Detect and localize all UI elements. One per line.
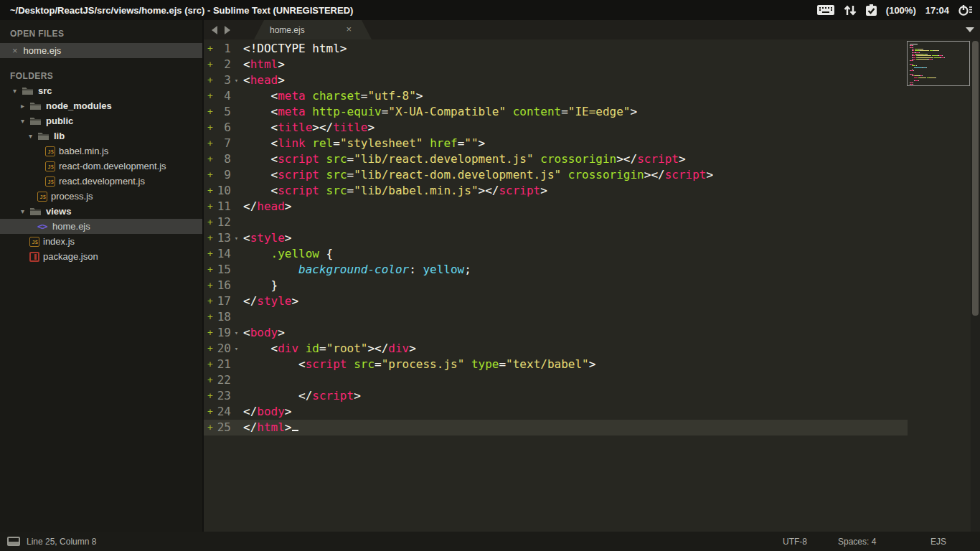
tab-close-icon[interactable]: ×: [346, 24, 352, 35]
added-line-marker: +: [204, 88, 215, 104]
code-line[interactable]: +8 <script src="lib/react.development.js…: [204, 151, 980, 167]
power-menu-icon[interactable]: [958, 4, 973, 16]
code-line[interactable]: +16 }: [204, 278, 980, 293]
chevron-down-icon[interactable]: ▾: [13, 87, 22, 95]
code-line[interactable]: +24</body>: [204, 404, 980, 420]
code-line[interactable]: +15 background-color: yellow;: [204, 262, 980, 278]
code-line[interactable]: +22: [204, 372, 980, 388]
tree-item-label: react-dom.development.js: [59, 161, 166, 171]
keyboard-icon[interactable]: [817, 5, 834, 15]
tree-item-react-development-js[interactable]: JSreact.development.js: [0, 174, 202, 189]
added-line-marker: +: [204, 151, 215, 167]
clock[interactable]: 17:04: [925, 5, 949, 16]
code-line[interactable]: +20▾ <div id="root"></div>: [204, 341, 980, 357]
network-traffic-icon[interactable]: [844, 5, 857, 16]
code-line[interactable]: +17</style>: [204, 293, 980, 309]
code-line[interactable]: +7 <link rel="stylesheet" href="">: [204, 136, 980, 151]
tab-bar: home.ejs ×: [204, 20, 980, 39]
chevron-down-icon[interactable]: ▾: [21, 117, 29, 125]
scrollbar-track[interactable]: [971, 39, 980, 532]
tree-item-public[interactable]: ▾public: [0, 113, 202, 128]
chevron-right-icon[interactable]: ▸: [21, 102, 29, 110]
tree-item-react-dom-development-js[interactable]: JSreact-dom.development.js: [0, 159, 202, 174]
tab-scroll-right-icon[interactable]: [224, 26, 231, 34]
status-panel-icon[interactable]: [7, 537, 20, 546]
minimap-line: [910, 65, 969, 66]
chevron-down-icon[interactable]: ▾: [21, 207, 29, 215]
code-line[interactable]: +23 </script>: [204, 388, 980, 404]
tab-overflow-icon[interactable]: [965, 27, 975, 33]
tab-home-ejs[interactable]: home.ejs ×: [254, 20, 372, 39]
added-line-marker: +: [204, 293, 215, 309]
tree-item-home-ejs[interactable]: <>home.ejs: [0, 219, 202, 234]
chevron-down-icon[interactable]: ▾: [29, 132, 37, 140]
line-number: 22: [215, 372, 231, 388]
minimap-line: [910, 57, 969, 58]
code-area[interactable]: +1<!DOCTYPE html>+2<html>+3▾<head>+4 <me…: [204, 41, 980, 435]
minimap-line: [910, 49, 969, 50]
battery-check-icon[interactable]: [866, 4, 877, 16]
tree-item-node-modules[interactable]: ▸node_modules: [0, 98, 202, 113]
tree-item-lib[interactable]: ▾lib: [0, 128, 202, 143]
fold-arrow-icon[interactable]: ▾: [231, 72, 242, 88]
code-editor[interactable]: +1<!DOCTYPE html>+2<html>+3▾<head>+4 <me…: [204, 39, 980, 532]
fold-arrow-icon[interactable]: ▾: [231, 341, 242, 357]
title-bar: ~/Desktop/ReactJS/src/views/home.ejs (sr…: [0, 0, 980, 20]
tree-item-process-js[interactable]: JSprocess.js: [0, 189, 202, 204]
minimap-line: [910, 60, 969, 61]
code-text: </style>: [242, 293, 298, 309]
code-line[interactable]: +1<!DOCTYPE html>: [204, 41, 980, 57]
line-number: 9: [215, 167, 231, 183]
added-line-marker: +: [204, 246, 215, 262]
code-line[interactable]: +4 <meta charset="utf-8">: [204, 88, 980, 104]
json-file-icon: [29, 252, 39, 262]
code-line[interactable]: +9 <script src="lib/react-dom.developmen…: [204, 167, 980, 183]
code-line[interactable]: +3▾<head>: [204, 72, 980, 88]
folder-icon: [29, 101, 42, 110]
minimap-line: [910, 55, 969, 56]
minimap-line: [910, 54, 969, 55]
syntax-indicator[interactable]: EJS: [930, 537, 946, 547]
folder-tree: ▾src▸node_modules▾public▾libJSbabel.min.…: [0, 83, 202, 264]
close-icon[interactable]: ×: [12, 43, 18, 58]
tab-label: home.ejs: [270, 25, 305, 35]
tab-scroll-left-icon[interactable]: [211, 26, 218, 34]
tree-item-views[interactable]: ▾views: [0, 204, 202, 219]
minimap-line: [910, 44, 969, 44]
line-number: 10: [215, 183, 231, 199]
code-line[interactable]: +2<html>: [204, 57, 980, 72]
tree-item-package-json[interactable]: package.json: [0, 249, 202, 264]
code-line[interactable]: +5 <meta http-equiv="X-UA-Compatible" co…: [204, 104, 980, 120]
tree-item-label: public: [46, 116, 73, 126]
open-file-home-ejs[interactable]: × home.ejs: [0, 43, 202, 58]
minimap[interactable]: [907, 41, 970, 86]
code-line[interactable]: +19▾<body>: [204, 325, 980, 341]
code-line[interactable]: +13▾<style>: [204, 230, 980, 246]
tree-item-index-js[interactable]: JSindex.js: [0, 234, 202, 249]
code-line[interactable]: +18: [204, 309, 980, 325]
code-line[interactable]: +6 <title></title>: [204, 120, 980, 136]
added-line-marker: +: [204, 230, 215, 246]
minimap-line: [910, 47, 969, 48]
added-line-marker: +: [204, 104, 215, 120]
scrollbar-handle[interactable]: [972, 41, 979, 316]
code-text: [242, 372, 243, 388]
fold-arrow-icon[interactable]: ▾: [231, 230, 242, 246]
tree-item-babel-min-js[interactable]: JSbabel.min.js: [0, 143, 202, 159]
line-number: 8: [215, 151, 231, 167]
code-line[interactable]: +21 <script src="process.js" type="text/…: [204, 357, 980, 372]
fold-arrow-icon[interactable]: ▾: [231, 325, 242, 341]
code-text: <script src="lib/react-dom.development.j…: [242, 167, 713, 183]
code-line[interactable]: +12: [204, 215, 980, 230]
code-text: background-color: yellow;: [242, 262, 471, 278]
code-line[interactable]: +25</html>: [204, 420, 980, 435]
line-number: 15: [215, 262, 231, 278]
tree-item-src[interactable]: ▾src: [0, 83, 202, 98]
code-line[interactable]: +10 <script src="lib/babel.min.js"></scr…: [204, 183, 980, 199]
minimap-line: [910, 70, 969, 71]
code-line[interactable]: +11</head>: [204, 199, 980, 215]
indent-indicator[interactable]: Spaces: 4: [838, 537, 876, 547]
code-line[interactable]: +14 .yellow {: [204, 246, 980, 262]
js-file-icon: JS: [37, 192, 47, 202]
code-text: <head>: [242, 72, 285, 88]
